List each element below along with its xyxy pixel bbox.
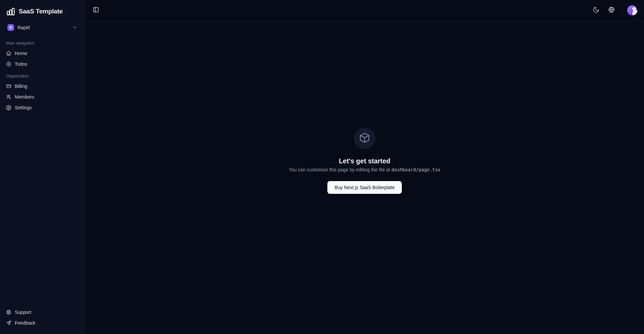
panel-left-icon bbox=[93, 6, 99, 14]
send-icon bbox=[6, 320, 11, 326]
sidebar-item-label: Members bbox=[15, 94, 34, 100]
plus-circle-icon bbox=[6, 61, 11, 67]
svg-rect-0 bbox=[7, 11, 9, 15]
sidebar-item-label: Todos bbox=[15, 61, 27, 67]
svg-line-15 bbox=[9, 311, 10, 312]
brand-logo[interactable]: SaaS Template bbox=[0, 5, 85, 21]
toggle-sidebar-button[interactable] bbox=[90, 4, 102, 16]
moon-icon bbox=[593, 6, 599, 14]
package-icon bbox=[359, 132, 370, 145]
svg-line-14 bbox=[7, 313, 8, 314]
theme-toggle-button[interactable] bbox=[590, 4, 602, 16]
life-buoy-icon bbox=[6, 310, 11, 315]
sidebar-item-support[interactable]: Support bbox=[3, 307, 82, 317]
brand-name: SaaS Template bbox=[19, 8, 63, 15]
gear-icon bbox=[6, 105, 11, 110]
sidebar-item-todos[interactable]: Todos bbox=[3, 59, 82, 69]
nav-main: Home Todos bbox=[0, 48, 85, 69]
empty-state-icon-wrap bbox=[354, 128, 375, 149]
divider bbox=[622, 6, 623, 14]
empty-state-subtitle: You can customize this page by editing t… bbox=[289, 167, 440, 172]
svg-rect-2 bbox=[12, 8, 14, 15]
org-avatar-initial: R bbox=[9, 25, 12, 30]
svg-line-12 bbox=[7, 311, 8, 312]
empty-state-title: Let's get started bbox=[339, 157, 390, 165]
main-area: Let's get started You can customize this… bbox=[85, 0, 644, 334]
svg-rect-1 bbox=[10, 10, 12, 15]
credit-card-icon bbox=[6, 84, 11, 89]
svg-point-9 bbox=[8, 107, 9, 108]
language-button[interactable] bbox=[605, 4, 618, 16]
section-label-org: Organization bbox=[0, 69, 85, 81]
topbar bbox=[85, 0, 644, 21]
home-icon bbox=[6, 51, 11, 56]
sidebar-item-label: Billing bbox=[15, 84, 27, 89]
users-icon bbox=[6, 94, 11, 100]
content: Let's get started You can customize this… bbox=[85, 21, 644, 334]
sidebar-item-label: Settings bbox=[15, 105, 32, 110]
chevron-down-icon bbox=[72, 25, 77, 30]
sidebar-item-label: Feedback bbox=[15, 320, 35, 326]
svg-point-8 bbox=[7, 95, 9, 97]
nav-org: Billing Members Settings bbox=[0, 81, 85, 113]
org-selector[interactable]: R Rapid bbox=[5, 22, 80, 33]
nav-bottom: Support Feedback bbox=[0, 307, 85, 329]
empty-subtitle-prefix: You can customize this page by editing t… bbox=[289, 167, 391, 172]
svg-rect-17 bbox=[94, 7, 98, 12]
buy-boilerplate-button[interactable]: Buy Next.js SaaS Boilerplate bbox=[327, 181, 402, 194]
svg-line-13 bbox=[9, 313, 10, 314]
sidebar-item-label: Home bbox=[15, 51, 27, 56]
sidebar: SaaS Template R Rapid Main navigation Ho… bbox=[0, 0, 85, 334]
bar-chart-icon bbox=[6, 7, 15, 16]
org-name: Rapid bbox=[17, 25, 69, 30]
org-avatar: R bbox=[7, 24, 14, 31]
sidebar-item-label: Support bbox=[15, 310, 31, 315]
section-label-main: Main navigation bbox=[0, 36, 85, 48]
sidebar-item-feedback[interactable]: Feedback bbox=[3, 318, 82, 328]
sidebar-item-members[interactable]: Members bbox=[3, 92, 82, 102]
user-menu-button[interactable] bbox=[627, 5, 637, 15]
sidebar-item-home[interactable]: Home bbox=[3, 48, 82, 58]
sidebar-item-settings[interactable]: Settings bbox=[3, 103, 82, 113]
globe-icon bbox=[608, 6, 615, 14]
svg-rect-6 bbox=[7, 85, 11, 88]
empty-subtitle-code: dashboard/page.tsx bbox=[391, 167, 440, 172]
sidebar-item-billing[interactable]: Billing bbox=[3, 81, 82, 91]
